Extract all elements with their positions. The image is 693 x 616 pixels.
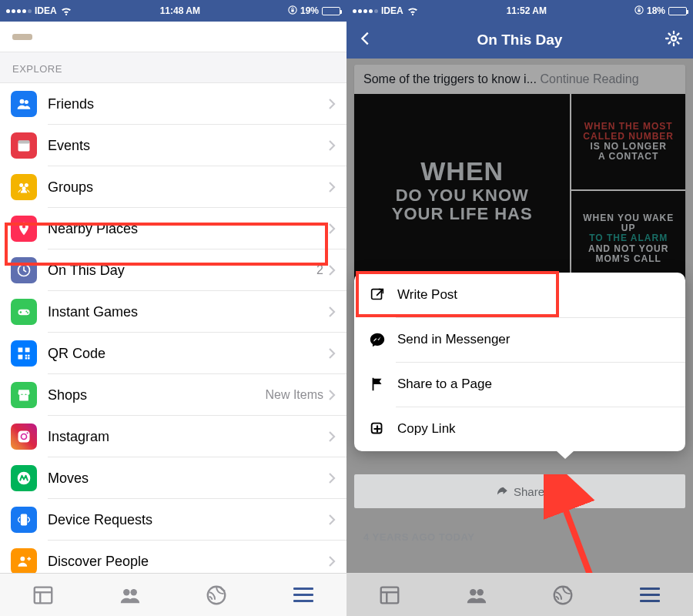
lock-icon: [288, 5, 297, 17]
svg-rect-29: [21, 514, 27, 526]
menu-item-moves[interactable]: Moves: [0, 457, 346, 499]
wifi-icon: [407, 6, 419, 15]
tab-notifications[interactable]: [173, 574, 260, 616]
menu-item-label: QR Code: [48, 346, 328, 362]
menu-item-groups[interactable]: Groups: [0, 166, 346, 208]
clock-icon: [11, 257, 37, 283]
menu-item-instantgames[interactable]: Instant Games: [0, 291, 346, 333]
svg-rect-5: [18, 140, 30, 143]
svg-rect-24: [19, 395, 28, 401]
svg-point-47: [470, 589, 476, 595]
tab-bar: [346, 573, 693, 616]
menu-item-trailing: 2: [316, 263, 323, 277]
menu-item-nearby[interactable]: Nearby Places: [0, 208, 346, 249]
svg-point-39: [671, 36, 676, 41]
back-button[interactable]: [357, 30, 374, 50]
svg-point-35: [130, 589, 136, 595]
profile-row-fragment: [0, 22, 346, 52]
signal-dots-icon: [6, 9, 32, 13]
svg-point-3: [25, 100, 28, 104]
gamepad-icon: [11, 299, 37, 325]
tab-menu[interactable]: [260, 574, 347, 616]
group-icon: [11, 174, 37, 200]
qr-icon: [11, 340, 37, 367]
svg-rect-7: [23, 146, 25, 148]
menu-item-devicereq[interactable]: Device Requests: [0, 499, 346, 541]
tab-notifications[interactable]: [520, 574, 607, 616]
svg-rect-18: [25, 348, 30, 353]
svg-point-48: [477, 589, 483, 595]
right-screenshot: IDEA 11:52 AM 18% On This Day: [346, 0, 693, 616]
menu-item-label: Device Requests: [48, 512, 328, 528]
menu-item-qrcode[interactable]: QR Code: [0, 333, 346, 374]
menu-item-friends[interactable]: Friends: [0, 83, 346, 125]
svg-rect-40: [372, 290, 382, 300]
svg-point-2: [20, 99, 25, 104]
discover-icon: [11, 548, 37, 574]
status-bar: IDEA 11:52 AM 18%: [346, 0, 693, 22]
menu-item-onthisday[interactable]: On This Day2: [0, 249, 346, 291]
clock-label: 11:48 AM: [72, 5, 288, 16]
battery-icon: [322, 7, 340, 15]
svg-point-10: [25, 183, 28, 187]
explore-section-header: EXPLORE: [0, 52, 346, 83]
chevron-right-icon: [328, 306, 336, 318]
sheet-item-messenger[interactable]: Send in Messenger: [354, 317, 685, 362]
chevron-right-icon: [328, 514, 336, 526]
shop-icon: [11, 382, 37, 408]
share-action-sheet: Write PostSend in MessengerShare to a Pa…: [354, 273, 685, 451]
sheet-item-label: Share to a Page: [397, 377, 492, 392]
tab-feed[interactable]: [0, 574, 87, 616]
chevron-right-icon: [328, 223, 336, 235]
share-button[interactable]: Share: [354, 474, 685, 508]
sheet-item-page[interactable]: Share to a Page: [354, 362, 685, 407]
tab-feed[interactable]: [346, 574, 434, 616]
menu-item-label: Groups: [48, 179, 328, 196]
wifi-icon: [60, 6, 72, 15]
svg-point-27: [27, 432, 28, 434]
sheet-item-copy[interactable]: Copy Link: [354, 407, 685, 451]
svg-rect-1: [291, 9, 293, 12]
chevron-right-icon: [328, 181, 336, 193]
tab-menu[interactable]: [607, 574, 694, 616]
carrier-label: IDEA: [381, 5, 403, 16]
menu-item-label: Events: [48, 138, 328, 154]
svg-point-34: [123, 589, 129, 595]
lock-icon: [634, 5, 644, 17]
tab-friends[interactable]: [434, 574, 521, 616]
chevron-right-icon: [328, 389, 336, 401]
page-title: On This Day: [477, 32, 563, 49]
left-screenshot: IDEA 11:48 AM 19% EXPLORE FriendsEventsG…: [0, 0, 346, 616]
sheet-item-label: Send in Messenger: [397, 332, 510, 347]
svg-rect-6: [20, 146, 22, 148]
menu-item-events[interactable]: Events: [0, 125, 346, 166]
chevron-right-icon: [328, 98, 336, 110]
settings-button[interactable]: [665, 30, 682, 50]
svg-point-9: [19, 183, 23, 187]
chevron-right-icon: [328, 347, 336, 360]
svg-rect-19: [18, 355, 23, 360]
chevron-right-icon: [328, 264, 336, 276]
chevron-right-icon: [328, 555, 336, 567]
battery-pct-label: 19%: [300, 5, 319, 16]
battery-pct-label: 18%: [647, 5, 665, 16]
memory-content-area: Some of the triggers to know i... Contin…: [346, 59, 693, 573]
chevron-right-icon: [328, 139, 336, 152]
svg-rect-22: [25, 357, 28, 360]
menu-item-shops[interactable]: ShopsNew Items: [0, 374, 346, 416]
menu-item-label: Instagram: [48, 429, 328, 445]
menu-item-label: Shops: [48, 387, 265, 403]
menu-item-label: Discover People: [48, 554, 328, 570]
signal-dots-icon: [353, 9, 378, 13]
tab-friends[interactable]: [87, 574, 174, 616]
sheet-caret-icon: [556, 450, 574, 459]
svg-point-15: [25, 311, 27, 313]
hamburger-icon: [293, 588, 313, 602]
menu-item-label: Instant Games: [48, 304, 328, 320]
svg-rect-21: [28, 357, 30, 360]
carrier-label: IDEA: [35, 5, 57, 16]
flag-icon: [368, 375, 387, 393]
status-bar: IDEA 11:48 AM 19%: [0, 0, 346, 22]
sheet-item-write[interactable]: Write Post: [354, 273, 685, 317]
menu-item-instagram[interactable]: Instagram: [0, 416, 346, 457]
